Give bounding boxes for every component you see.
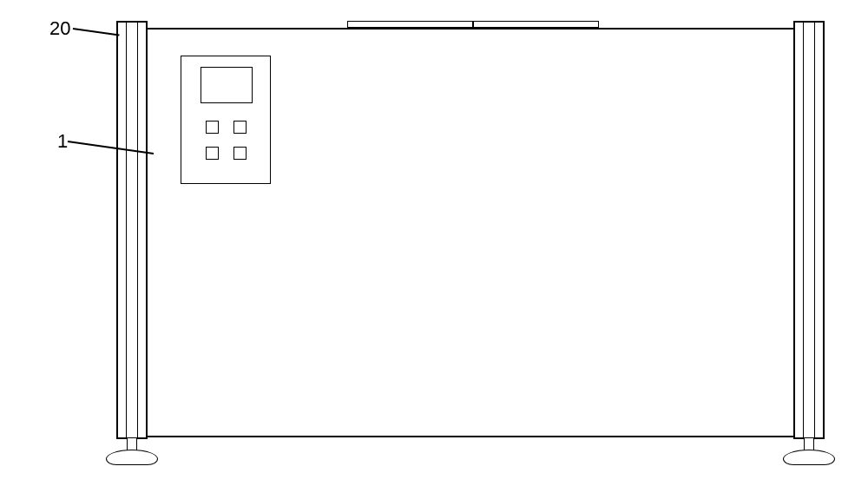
panel-button-1 (206, 121, 219, 134)
foot-base (106, 450, 158, 465)
panel-button-4 (233, 147, 247, 160)
top-rail-divider (472, 21, 474, 28)
right-post-inner (803, 21, 815, 439)
panel-button-2 (233, 121, 247, 134)
callout-label-20: 20 (49, 17, 70, 40)
panel-screen (201, 67, 253, 103)
foot-left (106, 437, 158, 469)
panel-button-3 (206, 147, 219, 160)
callout-label-1: 1 (57, 130, 68, 153)
left-post-inner (126, 21, 138, 439)
foot-right (783, 437, 835, 469)
control-panel (181, 56, 271, 184)
engineering-diagram: 20 1 (52, 9, 842, 477)
leader-line-20 (73, 28, 120, 36)
foot-base (783, 450, 835, 465)
